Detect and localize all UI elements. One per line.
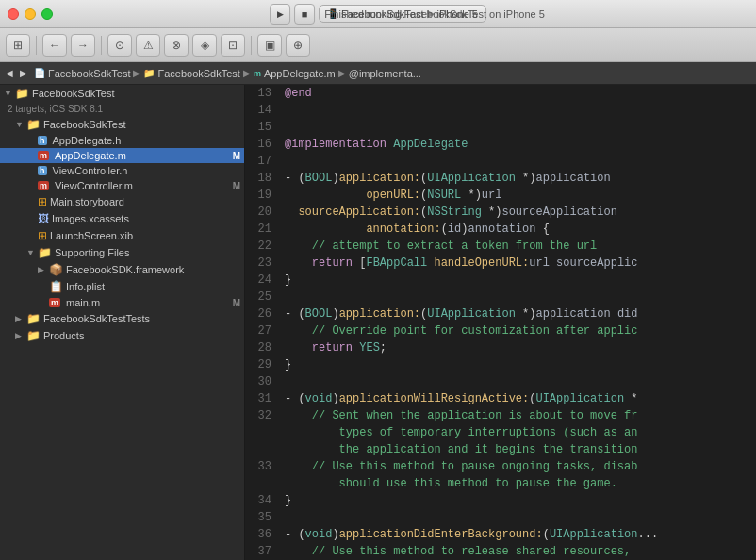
close-button[interactable] — [8, 8, 19, 20]
line-26: 26 - (BOOL)application:(UIApplication *)… — [245, 305, 756, 322]
sidebar-item-images-xcassets[interactable]: 🖼 Images.xcassets — [0, 210, 244, 227]
line-31: 31 - (void)applicationWillResignActive:(… — [245, 390, 756, 407]
file-icon-1: 📄 — [34, 68, 45, 78]
file-icon-2: 📁 — [143, 68, 155, 78]
linecontent-20: sourceApplication:(NSString *)sourceAppl… — [279, 204, 756, 221]
label-viewcontroller-h: ViewController.h — [53, 165, 241, 176]
maximize-button[interactable] — [41, 8, 53, 20]
linecontent-32c: the application and it begins the transi… — [279, 441, 756, 458]
sidebar-item-viewcontroller-m[interactable]: m ViewController.m M — [0, 178, 244, 193]
breadcrumb-item-1[interactable]: 📄 FacebookSdkTest — [34, 68, 130, 79]
label-appdelegate-h: AppDelegate.h — [53, 135, 241, 146]
debug-btn[interactable]: ⊡ — [221, 34, 245, 57]
linenum-17: 17 — [245, 153, 279, 170]
label-launchscreen-xib: LaunchScreen.xib — [50, 230, 240, 241]
sidebar-item-main-m[interactable]: m main.m M — [0, 295, 244, 310]
sidebar-item-appdelegate-h[interactable]: h AppDelegate.h — [0, 133, 244, 148]
code-editor[interactable]: 13 @end 14 15 16 @implementation AppDele… — [245, 85, 756, 560]
line-14: 14 — [245, 102, 756, 119]
icon-facebooksdk-framework: 📦 — [49, 263, 63, 276]
test-btn[interactable]: ◈ — [192, 34, 217, 57]
icon-appdelegate-h: h — [38, 136, 47, 145]
code-lines: 13 @end 14 15 16 @implementation AppDele… — [245, 85, 756, 560]
sidebar-group-facebooksdktest[interactable]: ▼ 📁 FacebookSdkTest — [0, 116, 244, 133]
sidebar-item-appdelegate-m[interactable]: m AppDelegate.m M — [0, 148, 244, 163]
nav-left-icon[interactable]: ◀ — [6, 68, 13, 78]
icon-viewcontroller-h: h — [38, 166, 47, 175]
line-36: 36 - (void)applicationDidEnterBackground… — [245, 526, 756, 543]
linecontent-34: } — [279, 492, 756, 509]
linenum-25: 25 — [245, 288, 279, 305]
sidebar-item-supporting-files[interactable]: ▼ 📁 Supporting Files — [0, 244, 244, 261]
nav-right-icon[interactable]: ▶ — [20, 68, 27, 78]
bookmark-btn[interactable]: ⊙ — [107, 34, 132, 57]
linenum-14: 14 — [245, 102, 279, 119]
breadcrumb-item-2[interactable]: 📁 FacebookSdkTest — [143, 68, 239, 79]
linenum-32b — [245, 424, 279, 441]
linenum-29: 29 — [245, 356, 279, 373]
icon-info-plist: 📋 — [49, 280, 63, 293]
titlebar: ▶ ■ 📱 FacebookSdkTest ▶ iPhone 5 Finishe… — [0, 0, 756, 28]
linenum-37: 37 — [245, 543, 279, 560]
linecontent-15 — [279, 119, 756, 136]
line-16: 16 @implementation AppDelegate — [245, 136, 756, 153]
sidebar-item-facebooksdk-framework[interactable]: ▶ 📦 FacebookSDK.framework — [0, 261, 244, 278]
sidebar-item-info-plist[interactable]: 📋 Info.plist — [0, 278, 244, 295]
linecontent-19: openURL:(NSURL *)url — [279, 187, 756, 204]
warn-btn[interactable]: ⚠ — [136, 34, 160, 57]
linenum-13: 13 — [245, 85, 279, 102]
label-supporting-files: Supporting Files — [55, 247, 240, 258]
view-toggle-btn[interactable]: ⊞ — [6, 34, 30, 57]
stop-button[interactable]: ■ — [294, 4, 315, 25]
linenum-35: 35 — [245, 509, 279, 526]
line-33: 33 // Use this method to pause ongoing t… — [245, 458, 756, 475]
breadcrumb-item-4[interactable]: @implementa... — [349, 68, 421, 79]
icon-supporting-files: 📁 — [38, 246, 52, 259]
nav-back-btn[interactable]: ← — [42, 34, 67, 57]
breakpoint-btn[interactable]: ▣ — [257, 34, 282, 57]
icon-viewcontroller-m: m — [38, 181, 49, 190]
sidebar-subtitle: 2 targets, iOS SDK 8.1 — [0, 102, 244, 116]
run-button[interactable]: ▶ — [270, 4, 290, 25]
badge-appdelegate-m: M — [233, 151, 240, 161]
sidebar-item-viewcontroller-h[interactable]: h ViewController.h — [0, 163, 244, 178]
sidebar-item-facebooksdktesttests[interactable]: ▶ 📁 FacebookSdkTestTests — [0, 310, 244, 327]
linecontent-17 — [279, 153, 756, 170]
breadcrumb-label-1: FacebookSdkTest — [48, 68, 130, 79]
linenum-20: 20 — [245, 204, 279, 221]
icon-root: 📁 — [15, 87, 29, 100]
arrow-root: ▼ — [4, 89, 15, 98]
line-24: 24 } — [245, 272, 756, 288]
sidebar-item-launchscreen-xib[interactable]: ⊞ LaunchScreen.xib — [0, 227, 244, 244]
breadcrumb-item-3[interactable]: m AppDelegate.m — [254, 68, 336, 79]
linecontent-29: } — [279, 356, 756, 373]
sidebar-item-main-storyboard[interactable]: ⊞ Main.storyboard — [0, 193, 244, 210]
sidebar-root[interactable]: ▼ 📁 FacebookSdkTest — [0, 85, 244, 102]
minimize-button[interactable] — [25, 8, 36, 20]
line-30: 30 — [245, 373, 756, 390]
line-35: 35 — [245, 509, 756, 526]
error-btn[interactable]: ⊗ — [164, 34, 189, 57]
arrow-facebooksdktesttests: ▶ — [15, 314, 26, 323]
sidebar-item-products[interactable]: ▶ 📁 Products — [0, 327, 244, 344]
breadcrumb-label-2: FacebookSdkTest — [157, 68, 239, 79]
scheme2-btn[interactable]: ⊕ — [286, 34, 310, 57]
label-facebooksdktesttests: FacebookSdkTestTests — [43, 313, 240, 324]
icon-appdelegate-m: m — [38, 151, 49, 160]
nav-forward-btn[interactable]: → — [71, 34, 95, 57]
toolbar-separator-1 — [36, 36, 37, 55]
linecontent-23: return [FBAppCall handleOpenURL:url sour… — [279, 255, 756, 272]
line-27: 27 // Override point for customization a… — [245, 322, 756, 339]
linenum-33: 33 — [245, 458, 279, 475]
linenum-36: 36 — [245, 526, 279, 543]
linenum-23: 23 — [245, 255, 279, 272]
linecontent-13: @end — [279, 85, 756, 102]
icon-images-xcassets: 🖼 — [38, 212, 49, 225]
icon-facebooksdktest: 📁 — [26, 118, 41, 131]
linenum-15: 15 — [245, 119, 279, 136]
icon-main-storyboard: ⊞ — [38, 195, 47, 208]
linecontent-33: // Use this method to pause ongoing task… — [279, 458, 756, 475]
linecontent-25 — [279, 288, 756, 305]
breadcrumb-bar: ◀ ▶ 📄 FacebookSdkTest ▶ 📁 FacebookSdkTes… — [0, 62, 756, 85]
line-19: 19 openURL:(NSURL *)url — [245, 187, 756, 204]
